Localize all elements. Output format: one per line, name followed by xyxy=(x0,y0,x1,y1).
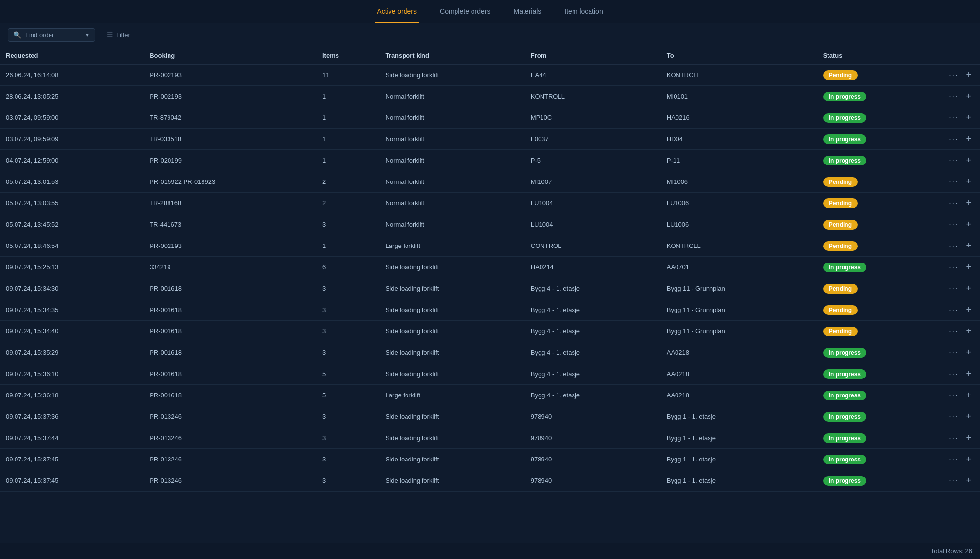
cell-to: AA0218 xyxy=(661,385,817,406)
cell-items: 3 xyxy=(317,470,380,492)
search-icon: 🔍 xyxy=(13,31,21,39)
add-button[interactable]: + xyxy=(963,475,974,487)
cell-status: In progress xyxy=(817,385,941,406)
cell-requested: 09.07.24, 15:36:10 xyxy=(0,363,144,385)
cell-to: AA0701 xyxy=(661,257,817,278)
more-options-button[interactable]: ··· xyxy=(946,177,961,187)
cell-actions: ··· + xyxy=(940,65,980,86)
status-badge: Pending xyxy=(823,177,858,187)
add-button[interactable]: + xyxy=(963,112,974,124)
cell-booking: PR-001618 xyxy=(144,321,317,342)
add-button[interactable]: + xyxy=(963,69,974,81)
table-row: 09.07.24, 15:37:44PR-0132463Side loading… xyxy=(0,427,980,449)
nav-tab-materials[interactable]: Materials xyxy=(512,0,543,23)
cell-actions: ··· + xyxy=(940,470,980,492)
more-options-button[interactable]: ··· xyxy=(946,134,961,145)
search-box[interactable]: 🔍 ▼ xyxy=(8,28,95,42)
cell-to: Bygg 1 - 1. etasje xyxy=(661,449,817,470)
cell-actions: ··· + xyxy=(940,321,980,342)
search-input[interactable] xyxy=(25,32,79,39)
cell-requested: 09.07.24, 15:37:36 xyxy=(0,406,144,427)
cell-requested: 09.07.24, 15:37:45 xyxy=(0,449,144,470)
add-button[interactable]: + xyxy=(963,133,974,145)
orders-table-container: Requested Booking Items Transport kind F… xyxy=(0,47,980,543)
more-options-button[interactable]: ··· xyxy=(946,411,961,422)
more-options-button[interactable]: ··· xyxy=(946,155,961,166)
more-options-button[interactable]: ··· xyxy=(946,326,961,337)
more-options-button[interactable]: ··· xyxy=(946,70,961,81)
more-options-button[interactable]: ··· xyxy=(946,433,961,444)
more-options-button[interactable]: ··· xyxy=(946,369,961,379)
cell-status: In progress xyxy=(817,342,941,363)
cell-to: MI0101 xyxy=(661,86,817,107)
status-badge: In progress xyxy=(823,348,866,358)
more-options-button[interactable]: ··· xyxy=(946,241,961,251)
more-options-button[interactable]: ··· xyxy=(946,262,961,273)
cell-items: 3 xyxy=(317,321,380,342)
add-button[interactable]: + xyxy=(963,282,974,295)
nav-tab-complete[interactable]: Complete orders xyxy=(438,0,492,23)
filter-button[interactable]: ☰ Filter xyxy=(103,29,134,41)
cell-items: 3 xyxy=(317,278,380,299)
more-options-button[interactable]: ··· xyxy=(946,219,961,230)
cell-from: 978940 xyxy=(525,470,661,492)
cell-to: HA0216 xyxy=(661,107,817,129)
cell-status: In progress xyxy=(817,150,941,171)
add-button[interactable]: + xyxy=(963,389,974,401)
more-options-button[interactable]: ··· xyxy=(946,91,961,102)
add-button[interactable]: + xyxy=(963,432,974,444)
add-button[interactable]: + xyxy=(963,325,974,337)
cell-status: Pending xyxy=(817,235,941,257)
cell-status: In progress xyxy=(817,129,941,150)
cell-from: Bygg 4 - 1. etasje xyxy=(525,342,661,363)
nav-tab-item-location[interactable]: Item location xyxy=(562,0,605,23)
cell-items: 1 xyxy=(317,107,380,129)
cell-from: Bygg 4 - 1. etasje xyxy=(525,278,661,299)
table-row: 09.07.24, 15:35:29PR-0016183Side loading… xyxy=(0,342,980,363)
add-button[interactable]: + xyxy=(963,154,974,166)
more-options-button[interactable]: ··· xyxy=(946,283,961,294)
cell-status: In progress xyxy=(817,470,941,492)
add-button[interactable]: + xyxy=(963,176,974,188)
footer: Total Rows: 26 xyxy=(0,543,980,559)
nav-tab-active[interactable]: Active orders xyxy=(375,0,419,23)
cell-actions: ··· + xyxy=(940,171,980,193)
add-button[interactable]: + xyxy=(963,453,974,465)
cell-transport: Large forklift xyxy=(380,385,525,406)
more-options-button[interactable]: ··· xyxy=(946,476,961,486)
more-options-button[interactable]: ··· xyxy=(946,454,961,465)
more-options-button[interactable]: ··· xyxy=(946,347,961,358)
add-button[interactable]: + xyxy=(963,218,974,230)
more-options-button[interactable]: ··· xyxy=(946,198,961,209)
add-button[interactable]: + xyxy=(963,197,974,209)
cell-transport: Side loading forklift xyxy=(380,363,525,385)
status-badge: Pending xyxy=(823,198,858,208)
add-button[interactable]: + xyxy=(963,90,974,102)
cell-actions: ··· + xyxy=(940,385,980,406)
cell-items: 5 xyxy=(317,385,380,406)
more-options-button[interactable]: ··· xyxy=(946,390,961,401)
toolbar: 🔍 ▼ ☰ Filter xyxy=(0,23,980,47)
cell-actions: ··· + xyxy=(940,193,980,214)
table-row: 03.07.24, 09:59:00TR-8790421Normal forkl… xyxy=(0,107,980,129)
cell-items: 2 xyxy=(317,171,380,193)
more-options-button[interactable]: ··· xyxy=(946,113,961,123)
add-button[interactable]: + xyxy=(963,411,974,423)
add-button[interactable]: + xyxy=(963,368,974,380)
col-actions xyxy=(940,47,980,65)
add-button[interactable]: + xyxy=(963,346,974,359)
cell-status: Pending xyxy=(817,65,941,86)
cell-booking: PR-020199 xyxy=(144,150,317,171)
cell-status: Pending xyxy=(817,214,941,235)
add-button[interactable]: + xyxy=(963,304,974,316)
cell-actions: ··· + xyxy=(940,235,980,257)
cell-status: Pending xyxy=(817,321,941,342)
more-options-button[interactable]: ··· xyxy=(946,305,961,315)
cell-items: 3 xyxy=(317,342,380,363)
cell-booking: TR-441673 xyxy=(144,214,317,235)
add-button[interactable]: + xyxy=(963,240,974,252)
add-button[interactable]: + xyxy=(963,261,974,273)
status-badge: Pending xyxy=(823,327,858,336)
cell-booking: PR-015922 PR-018923 xyxy=(144,171,317,193)
cell-booking: PR-001618 xyxy=(144,363,317,385)
